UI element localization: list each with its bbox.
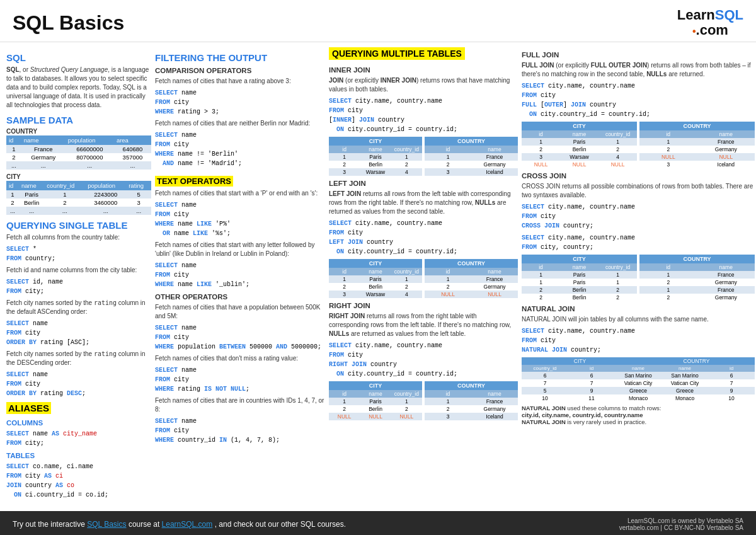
sql-section-title: SQL	[6, 52, 151, 63]
full-join-code: SELECT city.name, country.name FROM city…	[522, 81, 755, 119]
other1-code: SELECT name FROM city WHERE population B…	[155, 323, 325, 352]
city-table-label: CITY	[6, 173, 151, 180]
other-ops-title: OTHER OPERATORS	[155, 293, 325, 301]
q3-desc: Fetch city names sorted by the rating co…	[6, 299, 151, 316]
natural-join-subheaders: country_id id name name id	[522, 365, 755, 372]
comp1-code: SELECT name FROM city WHERE rating > 3;	[155, 88, 325, 117]
text1-desc: Fetch names of cities that start with a …	[155, 189, 325, 198]
q4-desc: Fetch city names sorted by the rating co…	[6, 350, 151, 367]
right-join-desc: RIGHT JOIN returns all rows from the rig…	[329, 312, 518, 338]
q2-desc: Fetch id and name columns from the city …	[6, 266, 151, 275]
table-row: 2Germany80700000357000	[6, 153, 151, 161]
footer-main-text: Try out the interactive	[13, 520, 87, 529]
country-th-area: area	[114, 135, 151, 145]
right-join-city: CITY idnamecountry_id 1Paris1 2Berlin2 N…	[329, 381, 422, 420]
inner-join-city: CITY idnamecountry_id 1Paris1 2Berlin2 3…	[329, 137, 422, 176]
table-row: 1Paris122430005	[6, 190, 151, 198]
city-th-name: name	[19, 181, 44, 190]
full-join-desc: FULL JOIN (or explicitly FULL OUTER JOIN…	[522, 61, 755, 79]
city-th-pop: population	[85, 181, 126, 190]
footer-link1[interactable]: SQL Basics	[87, 520, 126, 529]
full-join-title: FULL JOIN	[522, 51, 755, 59]
main-content: SQL SQL, or Structured Query Language, i…	[0, 42, 756, 507]
cross-join-code1: SELECT city.name, country.name FROM city…	[522, 202, 755, 231]
table-row: ............	[6, 161, 151, 170]
page-title: SQL Basics	[13, 11, 124, 35]
table-row: 10 11 Monaco Monaco 10	[522, 394, 755, 402]
footer: Try out the interactive SQL Basics cours…	[0, 511, 756, 535]
q1-desc: Fetch all columns from the country table…	[6, 233, 151, 242]
inner-join-title: INNER JOIN	[329, 66, 518, 74]
natural-join-desc: NATURAL JOIN will join tables by all col…	[522, 315, 755, 324]
tables-code: SELECT co.name, ci.name FROM city AS ci …	[6, 462, 151, 500]
cross-join-city: CITY idnamecountry_id 1Paris1 1Paris1 2B…	[522, 255, 637, 301]
logo-learn: Learn	[677, 7, 715, 23]
table-row: 7 7 Vatican City Vatican City 7	[522, 379, 755, 387]
q1-code: SELECT * FROM country;	[6, 244, 151, 263]
right-join-code: SELECT city.name, country.name FROM city…	[329, 341, 518, 379]
col-code: SELECT name AS city_name FROM city;	[6, 429, 151, 448]
aliases-title: ALIASES	[6, 402, 51, 414]
table-row: 6 6 San Marino San Marino 6	[522, 372, 755, 379]
comp2-code: SELECT name FROM city WHERE name != 'Ber…	[155, 130, 325, 168]
querying-multi-highlight: QUERYING MULTIPLE TABLES	[329, 47, 465, 60]
cross-join-title: CROSS JOIN	[522, 172, 755, 180]
left-join-desc: LEFT JOIN returns all rows from the left…	[329, 190, 518, 216]
inner-join-code: SELECT city.name, country.name FROM city…	[329, 96, 518, 134]
column-4: FULL JOIN FULL JOIN (or explicitly FULL …	[522, 47, 755, 502]
country-th-pop: population	[66, 135, 114, 145]
city-table: id name country_id population rating 1Pa…	[6, 181, 151, 215]
city-th-id: id	[6, 181, 19, 190]
tables-subsection: TABLES	[6, 452, 151, 459]
natural-join-title: NATURAL JOIN	[522, 305, 755, 313]
column-2: FILTERING THE OUTPUT COMPARISON OPERATOR…	[155, 47, 325, 502]
q3-code: SELECT name FROM city ORDER BY rating [A…	[6, 319, 151, 347]
columns-subsection: COLUMNS	[6, 419, 151, 427]
cross-join-country: COUNTRY idname 1France 2Germany 1France …	[639, 255, 755, 301]
footer-middle-text: course at	[129, 520, 162, 529]
table-row: 2Berlin234600003	[6, 198, 151, 207]
footer-link2[interactable]: LearnSQL.com	[162, 520, 213, 529]
right-join-country: COUNTRY idname 1France 2Germany 3Iceland	[425, 381, 518, 420]
natural-join-headers: CITY COUNTRY	[522, 357, 755, 365]
city-th-country: country_id	[44, 181, 85, 190]
q2-code: SELECT id, name FROM city;	[6, 277, 151, 296]
text2-code: SELECT name FROM city WHERE name LIKE '_…	[155, 261, 325, 289]
left-join-title: LEFT JOIN	[329, 180, 518, 187]
table-row: ...............	[6, 207, 151, 215]
other3-code: SELECT name FROM city WHERE country_id I…	[155, 417, 325, 445]
other2-code: SELECT name FROM city WHERE rating IS NO…	[155, 365, 325, 394]
left-join-table: CITY idnamecountry_id 1Paris1 2Berlin2 3…	[329, 259, 518, 298]
comp1-desc: Fetch names of cities that have a rating…	[155, 77, 325, 86]
column-3: QUERYING MULTIPLE TABLES INNER JOIN JOIN…	[329, 47, 518, 502]
cross-join-desc: CROSS JOIN returns all possible combinat…	[522, 182, 755, 200]
logo-com: .com	[696, 22, 728, 38]
city-th-rating: rating	[126, 181, 151, 190]
full-join-city: CITY idnamecountry_id 1Paris1 2Berlin2 3…	[522, 122, 637, 168]
text1-code: SELECT name FROM city WHERE name LIKE 'P…	[155, 200, 325, 238]
left-join-code: SELECT city.name, country.name FROM city…	[329, 219, 518, 256]
text-ops-highlight: TEXT OPERATORS	[155, 176, 233, 187]
table-row: 1France66600000640680	[6, 145, 151, 153]
other2-desc: Fetch names of cities that don't miss a …	[155, 354, 325, 363]
natural-join-note1: NATURAL JOIN used these columns to match…	[522, 405, 755, 425]
footer-right2: vertabelo.com | CC BY-NC-ND Vertabelo SA	[619, 524, 743, 531]
comparison-title: COMPARISON OPERATORS	[155, 67, 325, 74]
q4-code: SELECT name FROM city ORDER BY rating DE…	[6, 370, 151, 398]
full-join-country: COUNTRY idname 1France 2Germany NULLNULL…	[639, 122, 755, 168]
other3-desc: Fetch names of cities that are in countr…	[155, 396, 325, 414]
sql-body: SQL, or Structured Query Language, is a …	[6, 66, 151, 110]
footer-right: LearnSQL.com is owned by Vertabelo SA ve…	[619, 517, 743, 531]
logo: LearnSQL •.com	[677, 8, 743, 38]
cross-join-table: CITY idnamecountry_id 1Paris1 1Paris1 2B…	[522, 255, 755, 301]
logo-sql: SQL	[715, 7, 743, 23]
inner-join-desc: JOIN (or explicitly INNER JOIN) returns …	[329, 76, 518, 94]
country-table-label: COUNTRY	[6, 128, 151, 135]
filtering-title: FILTERING THE OUTPUT	[155, 52, 325, 63]
footer-text: Try out the interactive SQL Basics cours…	[13, 520, 346, 529]
right-join-title: RIGHT JOIN	[329, 302, 518, 309]
country-th-name: name	[21, 135, 66, 145]
footer-right1: LearnSQL.com is owned by Vertabelo SA	[619, 517, 743, 524]
sample-data-title: SAMPLE DATA	[6, 115, 151, 125]
querying-single-title: QUERYING SINGLE TABLE	[6, 220, 151, 231]
